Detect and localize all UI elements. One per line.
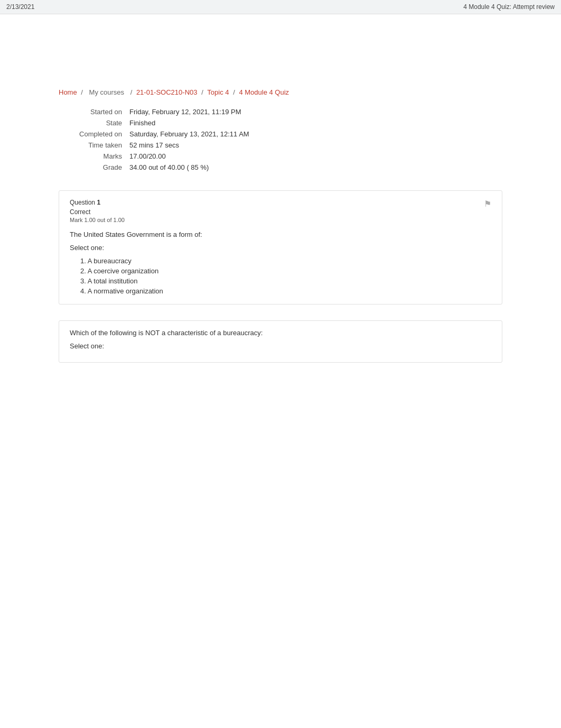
answer-item: 3. A total institution <box>80 276 491 286</box>
state-value: Finished <box>129 119 249 129</box>
question-1-mark: Mark 1.00 out of 1.00 <box>70 217 491 223</box>
breadcrumb-course[interactable]: 21-01-SOC210-N03 <box>136 88 198 96</box>
question-2-block: Which of the following is NOT a characte… <box>59 320 502 363</box>
grade-label: Grade <box>60 163 128 173</box>
question-1-header: Question 1 ⚑ <box>70 199 491 206</box>
quiz-summary-table: Started on Friday, February 12, 2021, 11… <box>59 107 250 174</box>
question-2-text: Which of the following is NOT a characte… <box>70 329 491 337</box>
state-label: State <box>60 119 128 129</box>
breadcrumb-sep1: / <box>81 88 85 96</box>
question-1-answer-list: 1. A bureaucracy2. A coercive organizati… <box>70 256 491 296</box>
page-title: 4 Module 4 Quiz: Attempt review <box>463 3 555 11</box>
started-on-label: Started on <box>60 108 128 118</box>
completed-on-value: Saturday, February 13, 2021, 12:11 AM <box>129 130 249 140</box>
completed-on-label: Completed on <box>60 130 128 140</box>
question-1-block: Question 1 ⚑ Correct Mark 1.00 out of 1.… <box>59 190 502 305</box>
grade-value: 34.00 out of 40.00 ( 85 %) <box>129 163 249 173</box>
breadcrumb-sep2: / <box>130 88 134 96</box>
marks-value: 17.00/20.00 <box>129 152 249 162</box>
breadcrumb-mycourses: My courses <box>89 88 124 96</box>
question-1-status: Correct <box>70 208 491 216</box>
time-taken-label: Time taken <box>60 141 128 151</box>
answer-item: 2. A coercive organization <box>80 266 491 276</box>
started-on-value: Friday, February 12, 2021, 11:19 PM <box>129 108 249 118</box>
breadcrumb-topic[interactable]: Topic 4 <box>207 88 229 96</box>
question-2-select-label: Select one: <box>70 342 491 350</box>
breadcrumb-home[interactable]: Home <box>59 88 77 96</box>
question-1-text: The United States Government is a form o… <box>70 231 491 238</box>
answer-item: 1. A bureaucracy <box>80 256 491 266</box>
time-taken-value: 52 mins 17 secs <box>129 141 249 151</box>
browser-date: 2/13/2021 <box>6 3 34 11</box>
browser-bar: 2/13/2021 4 Module 4 Quiz: Attempt revie… <box>0 0 561 14</box>
breadcrumb-quiz[interactable]: 4 Module 4 Quiz <box>239 88 289 96</box>
breadcrumb-sep3: / <box>201 88 205 96</box>
question-1-number: 1 <box>97 199 100 206</box>
question-1-select-label: Select one: <box>70 244 491 252</box>
flag-icon[interactable]: ⚑ <box>484 199 491 209</box>
breadcrumb-sep4: / <box>233 88 237 96</box>
question-label: Question <box>70 199 95 206</box>
breadcrumb: Home / My courses / 21-01-SOC210-N03 / T… <box>59 88 502 96</box>
marks-label: Marks <box>60 152 128 162</box>
answer-item: 4. A normative organization <box>80 286 491 296</box>
page-wrapper: Home / My courses / 21-01-SOC210-N03 / T… <box>43 14 518 389</box>
